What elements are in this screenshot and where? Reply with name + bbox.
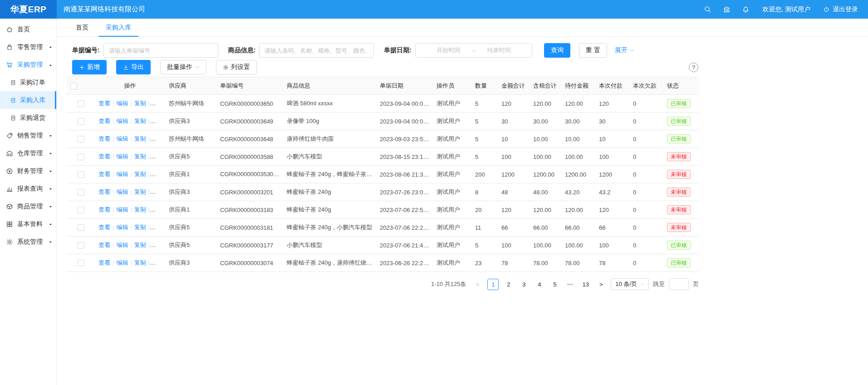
sidebar-item-label: 采购管理 [17, 61, 43, 69]
copy-link[interactable]: 复制 [134, 206, 146, 213]
sidebar-item-system[interactable]: 系统管理 [0, 233, 56, 251]
tab-purchase-inbound[interactable]: 采购入库 [98, 19, 138, 36]
next-page-button[interactable]: > [595, 279, 607, 290]
cell-owed: 0 [629, 183, 663, 201]
cell-product: 蜂蜜柚子茶 240g [283, 201, 376, 219]
page-button-5[interactable]: 5 [549, 279, 560, 290]
sidebar-item-purchase-return[interactable]: 采购退货 [0, 109, 56, 127]
row-checkbox[interactable] [78, 207, 84, 213]
column-settings-button[interactable]: 列设置 [216, 60, 257, 74]
view-link[interactable]: 查看 [98, 135, 110, 142]
column-header: 本次欠款 [629, 77, 663, 95]
view-link[interactable]: 查看 [98, 224, 110, 231]
logout-button[interactable]: 退出登录 [823, 5, 858, 14]
search-button[interactable]: 查询 [544, 43, 570, 58]
copy-link[interactable]: 复制 [134, 259, 146, 266]
sidebar-item-finance[interactable]: 财务管理 [0, 162, 56, 180]
add-button[interactable]: 新增 [72, 60, 107, 74]
prev-page-button[interactable]: < [472, 279, 483, 290]
edit-link[interactable]: 编辑 [116, 188, 128, 195]
row-checkbox[interactable] [78, 153, 84, 160]
copy-link[interactable]: 复制 [134, 188, 146, 195]
bell-icon[interactable] [742, 5, 750, 13]
page-ellipsis[interactable]: ••• [564, 279, 576, 290]
bank-icon[interactable] [723, 5, 731, 13]
sidebar-item-warehouse[interactable]: 仓库管理 [0, 144, 56, 162]
row-checkbox[interactable] [78, 242, 84, 249]
cell-owed: 0 [629, 219, 663, 237]
row-actions-cell: 查看|编辑|复制|删除 [95, 130, 165, 148]
page-button-1[interactable]: 1 [487, 279, 499, 290]
row-checkbox[interactable] [78, 189, 84, 196]
sidebar-item-report[interactable]: 报表查询 [0, 180, 56, 197]
doc-icon [10, 79, 16, 86]
app-logo[interactable]: 华夏ERP [0, 0, 57, 19]
jump-to-input[interactable] [669, 278, 689, 290]
row-checkbox[interactable] [78, 224, 84, 231]
view-link[interactable]: 查看 [98, 259, 110, 266]
date-range-picker[interactable]: 开始时间 ~ 结束时间 [415, 43, 532, 58]
view-link[interactable]: 查看 [98, 100, 110, 107]
row-checkbox[interactable] [78, 136, 84, 143]
edit-link[interactable]: 编辑 [116, 206, 128, 213]
page-button-2[interactable]: 2 [503, 279, 514, 290]
sidebar-item-purchase-order[interactable]: 采购订单 [0, 74, 56, 91]
search-icon[interactable] [704, 5, 711, 13]
copy-link[interactable]: 复制 [134, 135, 146, 142]
page-button-13[interactable]: 13 [580, 279, 591, 290]
sidebar-item-retail[interactable]: 零售管理 [0, 38, 56, 56]
edit-link[interactable]: 编辑 [116, 224, 128, 231]
copy-link[interactable]: 复制 [134, 224, 146, 231]
page-button-4[interactable]: 4 [534, 279, 545, 290]
cell-date: 2023-08-06 21:30:46 [376, 166, 433, 183]
edit-link[interactable]: 编辑 [116, 242, 128, 248]
batch-actions-button[interactable]: 批量操作 [160, 60, 206, 74]
view-link[interactable]: 查看 [98, 206, 110, 213]
product-info-input[interactable] [259, 43, 374, 58]
view-link[interactable]: 查看 [98, 153, 110, 160]
chevron-down-icon [49, 203, 53, 210]
bill-no-input[interactable] [103, 43, 218, 58]
row-checkbox[interactable] [78, 100, 84, 107]
sidebar-item-purchase[interactable]: 采购管理 [0, 56, 56, 74]
copy-link[interactable]: 复制 [134, 171, 146, 178]
page-size-select[interactable]: 10 条/页 [611, 278, 649, 290]
copy-link[interactable]: 复制 [134, 153, 146, 160]
column-header: 含税合计 [530, 77, 561, 95]
cell-amount: 30 [498, 113, 530, 130]
edit-link[interactable]: 编辑 [116, 153, 128, 160]
copy-link[interactable]: 复制 [134, 100, 146, 107]
edit-link[interactable]: 编辑 [116, 100, 128, 107]
cell-amount-tax: 66.00 [530, 219, 561, 237]
select-all-checkbox[interactable] [70, 83, 77, 89]
row-checkbox[interactable] [78, 118, 84, 125]
page-button-3[interactable]: 3 [518, 279, 530, 290]
copy-link[interactable]: 复制 [134, 118, 146, 124]
page-content: 单据编号: 商品信息: 单据日期: 开始时间 ~ 结束时间 查询 重置 [57, 37, 710, 290]
help-icon[interactable]: ? [689, 63, 698, 72]
row-checkbox[interactable] [78, 171, 84, 178]
copy-link[interactable]: 复制 [134, 242, 146, 248]
edit-link[interactable]: 编辑 [116, 259, 128, 266]
view-link[interactable]: 查看 [98, 118, 110, 124]
row-checkbox[interactable] [78, 260, 84, 267]
cell-amount: 100 [498, 237, 530, 254]
edit-link[interactable]: 编辑 [116, 171, 128, 178]
expand-toggle[interactable]: 展开 [615, 46, 634, 54]
view-link[interactable]: 查看 [98, 188, 110, 195]
reset-button[interactable]: 重置 [579, 43, 607, 58]
sidebar-item-basedata[interactable]: 基本资料 [0, 215, 56, 233]
sidebar-item-goods[interactable]: 商品管理 [0, 197, 56, 215]
sidebar-item-sales[interactable]: 销售管理 [0, 127, 56, 144]
sidebar-item-label: 采购入库 [20, 96, 45, 104]
export-button[interactable]: 导出 [116, 60, 151, 74]
view-link[interactable]: 查看 [98, 242, 110, 248]
tab-home[interactable]: 首页 [69, 19, 96, 36]
edit-link[interactable]: 编辑 [116, 135, 128, 142]
sidebar-item-home[interactable]: 首页 [0, 20, 56, 38]
sidebar-item-purchase-inbound[interactable]: 采购入库 [0, 91, 56, 109]
edit-link[interactable]: 编辑 [116, 118, 128, 124]
view-link[interactable]: 查看 [98, 171, 110, 178]
status-badge: 已审核 [667, 99, 691, 108]
column-settings-label: 列设置 [231, 63, 250, 71]
